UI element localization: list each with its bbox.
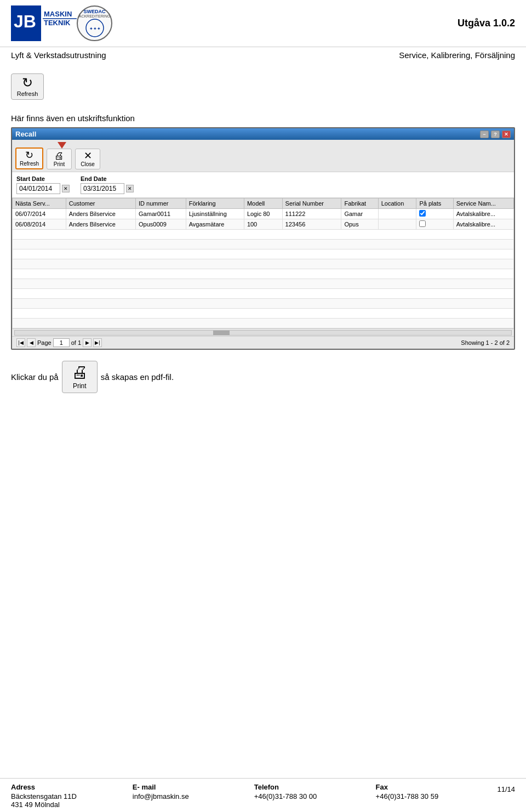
table-row	[13, 269, 514, 279]
h-scroll-area[interactable]	[12, 328, 514, 336]
cell-nasta: 06/08/2014	[13, 219, 66, 230]
table-row	[13, 240, 514, 249]
cell-location	[378, 219, 416, 230]
cell-customer: Anders Bilservice	[66, 219, 135, 230]
footer-fax: Fax +46(0)31-788 30 59	[376, 783, 498, 809]
print-button-icon: 🖨	[71, 364, 88, 381]
svg-text:TEKNIK: TEKNIK	[44, 19, 71, 27]
cell-forklaring: Avgasmätare	[186, 219, 244, 230]
col-id: ID nummer	[136, 198, 186, 209]
end-date-clear[interactable]: ✕	[126, 185, 134, 192]
h-scrollbar-track[interactable]	[14, 330, 512, 336]
titlebar-minimize[interactable]: −	[480, 130, 489, 138]
end-date-input[interactable]	[81, 183, 124, 194]
grid-header-row: Nästa Serv... Customer ID nummer Förklar…	[13, 198, 514, 209]
description-text: Här finns även en utskriftsfunktion	[0, 108, 526, 127]
toolbar-close-button[interactable]: ✕ Close	[75, 149, 100, 169]
paplats-checkbox-2[interactable]	[419, 220, 426, 227]
logo-area: JB MASKIN TEKNIK SWEDAC ACKREDITERING ✦✦…	[11, 5, 112, 41]
cell-nasta: 06/07/2014	[13, 209, 66, 219]
fax-label: Fax	[376, 783, 498, 791]
subtitle-right: Service, Kalibrering, Försäljning	[399, 50, 515, 60]
grid-footer: |◀ ◀ Page of 1 ▶ ▶| Showing 1 - 2 of 2	[12, 336, 514, 349]
subtitle-left: Lyft & Verkstadsutrustning	[11, 50, 106, 60]
date-section: Start Date ✕ End Date ✕	[12, 172, 514, 198]
refresh-section: ↻ Refresh	[0, 65, 526, 108]
first-page-btn[interactable]: |◀	[16, 338, 25, 347]
refresh-button[interactable]: ↻ Refresh	[11, 73, 44, 100]
toolbar-refresh-icon: ↻	[25, 150, 33, 160]
address-value: Bäckstensgatan 11D	[11, 792, 77, 800]
page-label: Page	[37, 339, 52, 346]
table-row	[13, 309, 514, 319]
cell-fabrikat: Opus	[341, 219, 378, 230]
phone-value: +46(0)31-788 30 00	[254, 792, 317, 800]
cell-forklaring: Ljusinställning	[186, 209, 244, 219]
subtitle-row: Lyft & Verkstadsutrustning Service, Kali…	[0, 47, 526, 65]
fax-value: +46(0)31-788 30 59	[376, 792, 439, 800]
page-header: JB MASKIN TEKNIK SWEDAC ACKREDITERING ✦✦…	[0, 0, 526, 47]
toolbar-refresh-button[interactable]: ↻ Refresh	[15, 147, 43, 169]
footer-phone: Telefon +46(0)31-788 30 00	[254, 783, 376, 809]
address-label: Adress	[11, 783, 133, 791]
print-button[interactable]: 🖨 Print	[62, 361, 98, 393]
cell-servicenom: Avtalskalibre...	[453, 219, 513, 230]
email-value: info@jbmaskin.se	[133, 792, 189, 800]
page-number: 11/14	[497, 783, 515, 809]
next-page-btn[interactable]: ▶	[83, 338, 92, 347]
titlebar-controls: − ? ✕	[480, 130, 511, 138]
app-toolbar: ↻ Refresh 🖨 Print ✕ Close	[12, 140, 514, 172]
cell-customer: Anders Bilservice	[66, 209, 135, 219]
table-row: 06/08/2014 Anders Bilservice Opus0009 Av…	[13, 219, 514, 230]
cell-servicenom: Avtalskalibre...	[453, 209, 513, 219]
jb-logo: JB MASKIN TEKNIK	[11, 5, 77, 41]
table-row	[13, 279, 514, 289]
start-date-clear[interactable]: ✕	[62, 185, 70, 192]
end-date-label: End Date	[81, 175, 134, 182]
print-section: Klickar du på 🖨 Print så skapas en pdf-f…	[0, 350, 526, 399]
titlebar-question[interactable]: ?	[491, 130, 500, 138]
cell-id: Gamar0011	[136, 209, 186, 219]
table-row	[13, 230, 514, 240]
footer-row: Adress Bäckstensgatan 11D 431 49 Mölndal…	[11, 783, 515, 809]
h-scrollbar-thumb[interactable]	[213, 331, 230, 335]
pagination: |◀ ◀ Page of 1 ▶ ▶|	[16, 338, 102, 347]
app-titlebar: Recall − ? ✕	[12, 128, 514, 140]
toolbar-close-icon: ✕	[84, 151, 92, 161]
col-nasta: Nästa Serv...	[13, 198, 66, 209]
paplats-checkbox-1[interactable]	[419, 210, 426, 217]
svg-text:MASKIN: MASKIN	[44, 10, 72, 18]
table-row	[13, 299, 514, 309]
start-date-label: Start Date	[16, 175, 70, 182]
version-text: Utgåva 1.0.2	[458, 18, 515, 29]
cell-paplats	[416, 219, 453, 230]
col-fabrikat: Fabrikat	[341, 198, 378, 209]
col-customer: Customer	[66, 198, 135, 209]
col-serial: Serial Number	[282, 198, 341, 209]
app-title: Recall	[15, 130, 36, 138]
showing-text: Showing 1 - 2 of 2	[461, 339, 510, 346]
grid-container: Nästa Serv... Customer ID nummer Förklar…	[12, 198, 514, 328]
col-servicenom: Service Nam...	[453, 198, 513, 209]
cell-fabrikat: Gamar	[341, 209, 378, 219]
start-date-field: Start Date ✕	[16, 175, 70, 194]
titlebar-close[interactable]: ✕	[502, 130, 511, 138]
footer-address: Adress Bäckstensgatan 11D 431 49 Mölndal	[11, 783, 133, 809]
email-label: E- mail	[133, 783, 254, 791]
prev-page-btn[interactable]: ◀	[27, 338, 36, 347]
table-row	[13, 249, 514, 259]
city-value: 431 49 Mölndal	[11, 800, 60, 809]
toolbar-close-label: Close	[81, 161, 95, 167]
print-suffix: så skapas en pdf-fil.	[101, 372, 174, 382]
print-button-label: Print	[73, 382, 87, 390]
toolbar-print-button[interactable]: 🖨 Print	[47, 149, 72, 169]
page-input[interactable]	[53, 338, 70, 347]
cell-serial: 111222	[282, 209, 341, 219]
table-row	[13, 259, 514, 269]
col-modell: Modell	[244, 198, 282, 209]
start-date-input[interactable]	[16, 183, 60, 194]
phone-label: Telefon	[254, 783, 376, 791]
svg-text:✦✦✦: ✦✦✦	[89, 26, 100, 31]
last-page-btn[interactable]: ▶|	[93, 338, 102, 347]
cell-paplats	[416, 209, 453, 219]
